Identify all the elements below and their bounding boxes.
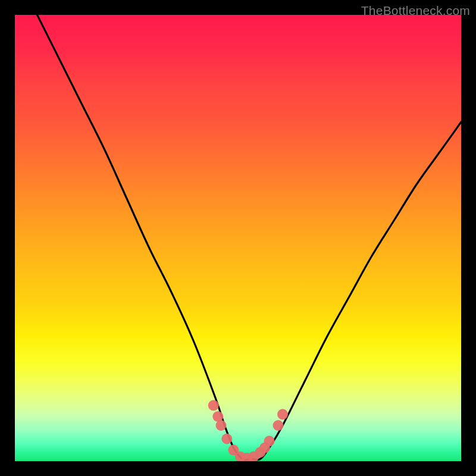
data-point-marker	[208, 400, 219, 411]
data-point-marker	[273, 420, 284, 431]
data-point-marker	[216, 420, 227, 431]
data-point-marker	[277, 409, 288, 419]
watermark-text: TheBottleneck.com	[361, 4, 470, 18]
bottleneck-chart	[15, 15, 461, 461]
bottleneck-curve-path	[37, 15, 462, 460]
data-point-marker	[264, 436, 275, 446]
chart-frame: TheBottleneck.com	[0, 0, 476, 476]
data-point-marker	[221, 434, 232, 444]
plot-area	[15, 15, 461, 461]
